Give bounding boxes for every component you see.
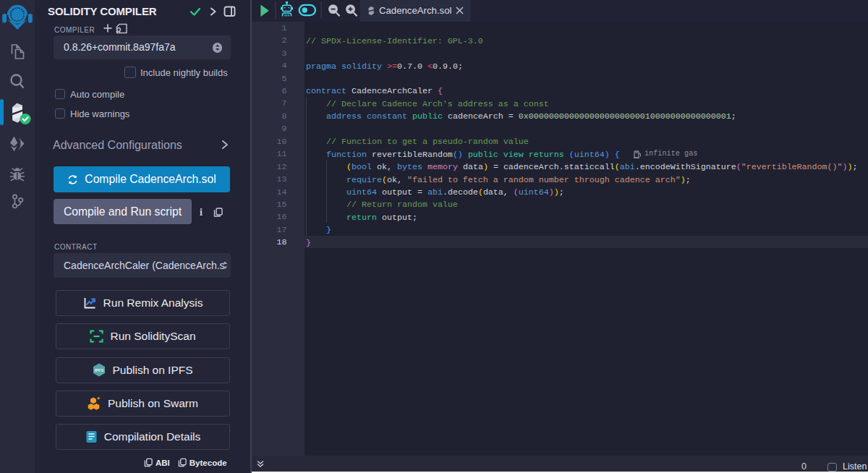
svg-text:IPFS: IPFS: [95, 368, 104, 372]
svg-text:CadenceArch.sol: CadenceArch.sol: [379, 5, 451, 16]
